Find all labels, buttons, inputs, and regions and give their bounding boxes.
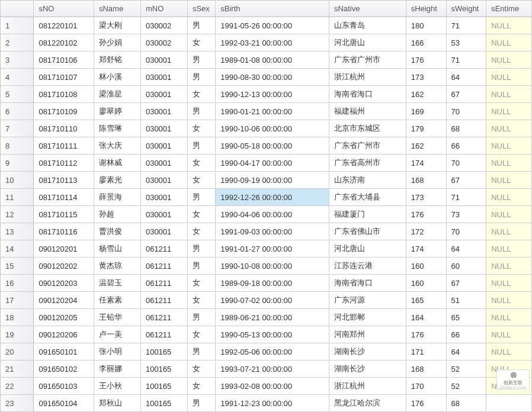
cell-mno[interactable]: 030001 bbox=[140, 189, 187, 206]
cell-sentime[interactable]: NULL bbox=[486, 223, 532, 240]
cell-sentime[interactable]: NULL bbox=[486, 120, 532, 137]
row-number-cell[interactable]: 8 bbox=[1, 137, 34, 154]
row-number-cell[interactable]: 4 bbox=[1, 69, 34, 86]
cell-sheight[interactable]: 169 bbox=[406, 103, 446, 120]
cell-sentime[interactable]: NULL bbox=[486, 292, 532, 309]
cell-sweight[interactable]: 73 bbox=[446, 206, 486, 223]
header-sheight[interactable]: sHeight bbox=[406, 1, 446, 17]
cell-mno[interactable]: 030001 bbox=[140, 154, 187, 172]
cell-sname[interactable]: 杨雪山 bbox=[94, 240, 140, 258]
cell-ssex[interactable]: 男 bbox=[187, 17, 215, 34]
header-sname[interactable]: sName bbox=[94, 1, 140, 17]
row-number-cell[interactable]: 1 bbox=[1, 17, 34, 34]
cell-snative[interactable]: 福建福州 bbox=[329, 103, 406, 120]
cell-sheight[interactable]: 165 bbox=[406, 292, 446, 309]
data-grid[interactable]: sNO sName mNO sSex sBirth sNative sHeigh… bbox=[0, 0, 532, 412]
row-number-cell[interactable]: 16 bbox=[1, 275, 34, 292]
cell-sname[interactable]: 郑舒铭 bbox=[94, 52, 140, 69]
cell-sbirth[interactable]: 1990-09-19 00:00:00 bbox=[216, 172, 329, 189]
cell-sheight[interactable]: 166 bbox=[406, 34, 446, 52]
cell-mno[interactable]: 061211 bbox=[140, 240, 187, 258]
cell-sno[interactable]: 081710106 bbox=[34, 52, 94, 69]
cell-ssex[interactable]: 女 bbox=[187, 86, 215, 103]
cell-sweight[interactable]: 70 bbox=[446, 154, 486, 172]
cell-sno[interactable]: 091650103 bbox=[34, 378, 94, 395]
cell-sbirth[interactable]: 1989-01-08 00:00:00 bbox=[216, 52, 329, 69]
cell-snative[interactable]: 河北唐山 bbox=[329, 34, 406, 52]
cell-mno[interactable]: 030001 bbox=[140, 120, 187, 137]
cell-sname[interactable]: 郑秋山 bbox=[94, 395, 140, 412]
cell-ssex[interactable]: 男 bbox=[187, 52, 215, 69]
cell-sno[interactable]: 081220101 bbox=[34, 17, 94, 34]
cell-sentime[interactable]: NULL bbox=[486, 189, 532, 206]
row-number-cell[interactable]: 15 bbox=[1, 258, 34, 275]
cell-sheight[interactable]: 171 bbox=[406, 343, 446, 360]
table-row[interactable]: 5081710108梁淮星030001女1990-12-13 00:00:00海… bbox=[1, 86, 532, 103]
cell-sheight[interactable]: 168 bbox=[406, 172, 446, 189]
cell-sentime[interactable]: NULL bbox=[486, 275, 532, 292]
cell-sno[interactable]: 091650102 bbox=[34, 360, 94, 378]
cell-ssex[interactable]: 女 bbox=[187, 223, 215, 240]
cell-sentime[interactable]: NULL bbox=[486, 258, 532, 275]
cell-sno[interactable]: 081220102 bbox=[34, 34, 94, 52]
cell-sno[interactable]: 091650104 bbox=[34, 395, 94, 412]
header-ssex[interactable]: sSex bbox=[187, 1, 215, 17]
cell-mno[interactable]: 061211 bbox=[140, 292, 187, 309]
cell-sheight[interactable]: 174 bbox=[406, 154, 446, 172]
cell-sweight[interactable]: 53 bbox=[446, 34, 486, 52]
row-number-cell[interactable]: 19 bbox=[1, 326, 34, 343]
row-number-cell[interactable]: 17 bbox=[1, 292, 34, 309]
cell-ssex[interactable]: 男 bbox=[187, 103, 215, 120]
cell-sheight[interactable]: 162 bbox=[406, 137, 446, 154]
row-number-cell[interactable]: 9 bbox=[1, 154, 34, 172]
row-number-cell[interactable]: 23 bbox=[1, 395, 34, 412]
row-number-cell[interactable]: 10 bbox=[1, 172, 34, 189]
cell-sheight[interactable]: 176 bbox=[406, 395, 446, 412]
cell-ssex[interactable]: 女 bbox=[187, 34, 215, 52]
table-row[interactable]: 3081710106郑舒铭030001男1989-01-08 00:00:00广… bbox=[1, 52, 532, 69]
row-number-cell[interactable]: 11 bbox=[1, 189, 34, 206]
cell-ssex[interactable]: 女 bbox=[187, 154, 215, 172]
cell-sheight[interactable]: 174 bbox=[406, 240, 446, 258]
cell-sweight[interactable]: 71 bbox=[446, 17, 486, 34]
cell-snative[interactable]: 湖南长沙 bbox=[329, 343, 406, 360]
cell-ssex[interactable]: 女 bbox=[187, 120, 215, 137]
cell-mno[interactable]: 100165 bbox=[140, 395, 187, 412]
cell-snative[interactable]: 广东省大埔县 bbox=[329, 189, 406, 206]
table-row[interactable]: 9081710112谢林威030001女1990-04-17 00:00:00广… bbox=[1, 154, 532, 172]
cell-sentime[interactable]: NULL bbox=[486, 86, 532, 103]
cell-sheight[interactable]: 173 bbox=[406, 69, 446, 86]
cell-sbirth[interactable]: 1990-01-21 00:00:00 bbox=[216, 103, 329, 120]
cell-sentime[interactable] bbox=[486, 395, 532, 412]
cell-sbirth[interactable]: 1992-03-21 00:00:00 bbox=[216, 34, 329, 52]
row-number-cell[interactable]: 18 bbox=[1, 309, 34, 326]
cell-mno[interactable]: 100165 bbox=[140, 360, 187, 378]
cell-sname[interactable]: 黄杰琼 bbox=[94, 258, 140, 275]
cell-sbirth[interactable]: 1989-09-18 00:00:00 bbox=[216, 275, 329, 292]
table-row[interactable]: 7081710110陈雪琳030001女1990-10-06 00:00:00北… bbox=[1, 120, 532, 137]
cell-sweight[interactable]: 71 bbox=[446, 189, 486, 206]
cell-ssex[interactable]: 男 bbox=[187, 189, 215, 206]
cell-sentime[interactable]: NULL bbox=[486, 137, 532, 154]
cell-sheight[interactable]: 176 bbox=[406, 326, 446, 343]
cell-mno[interactable]: 030001 bbox=[140, 206, 187, 223]
cell-snative[interactable]: 江苏连云港 bbox=[329, 258, 406, 275]
cell-snative[interactable]: 海南省海口 bbox=[329, 275, 406, 292]
cell-mno[interactable]: 061211 bbox=[140, 275, 187, 292]
cell-snative[interactable]: 福建厦门 bbox=[329, 206, 406, 223]
cell-sno[interactable]: 081710115 bbox=[34, 206, 94, 223]
row-number-cell[interactable]: 7 bbox=[1, 120, 34, 137]
cell-sentime[interactable]: NULL bbox=[486, 343, 532, 360]
cell-sweight[interactable]: 64 bbox=[446, 240, 486, 258]
cell-sweight[interactable]: 66 bbox=[446, 137, 486, 154]
cell-sheight[interactable]: 173 bbox=[406, 189, 446, 206]
cell-ssex[interactable]: 男 bbox=[187, 309, 215, 326]
cell-sname[interactable]: 孙超 bbox=[94, 206, 140, 223]
cell-sname[interactable]: 林小溪 bbox=[94, 69, 140, 86]
cell-sbirth[interactable]: 1993-02-08 00:00:00 bbox=[216, 378, 329, 395]
cell-mno[interactable]: 030001 bbox=[140, 103, 187, 120]
cell-sname[interactable]: 王小秋 bbox=[94, 378, 140, 395]
cell-sbirth[interactable]: 1990-04-06 00:00:00 bbox=[216, 206, 329, 223]
cell-sheight[interactable]: 160 bbox=[406, 275, 446, 292]
cell-mno[interactable]: 030002 bbox=[140, 17, 187, 34]
